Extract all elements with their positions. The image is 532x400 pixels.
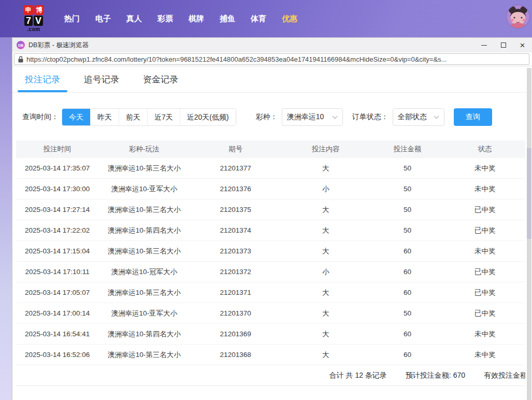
cell-lottery-play: 澳洲幸运10-第四名大小 [98,330,190,339]
minimize-button[interactable] [475,38,494,52]
table-row: 2025-03-14 17:10:11澳洲幸运10-冠军大小21201372小6… [16,262,525,282]
lottery-select[interactable]: 澳洲幸运10 [282,108,343,126]
nav-item-优惠[interactable]: 优惠 [274,14,305,24]
summary-valid-amount: 有效投注金额 [484,371,525,380]
table-row: 2025-03-14 17:22:02澳洲幸运10-第四名大小21201374大… [16,220,525,241]
logo-badge: 申 [23,5,33,15]
tab-资金记录[interactable]: 资金记录 [139,67,182,92]
cell-lottery-play: 澳洲幸运10-第三名大小 [98,350,190,360]
cell-bet-amount: 60 [370,289,445,296]
cell-bet-content: 大 [281,330,370,339]
table-row: 2025-03-14 16:52:06澳洲幸运10-第三名大小21201368大… [16,345,525,365]
summary-total: 合计 共 12 条记录 [329,371,387,380]
cell-bet-content: 大 [281,226,370,235]
cell-bet-time: 2025-03-14 16:52:06 [16,351,98,359]
vertical-scrollbar[interactable] [527,68,531,400]
column-header: 状态 [445,145,525,154]
cell-bet-time: 2025-03-14 17:35:07 [16,164,98,172]
tab-追号记录[interactable]: 追号记录 [80,67,123,92]
lock-icon [18,56,23,63]
column-header: 投注时间 [16,145,98,154]
nav-item-捕鱼[interactable]: 捕鱼 [212,14,243,24]
close-button[interactable]: × [513,38,532,52]
page-content: 投注记录追号记录资金记录 查询时间： 今天昨天前天近7天近20天(低频) 彩种：… [12,67,532,400]
cell-issue-number: 21201374 [190,226,281,234]
nav-item-棋牌[interactable]: 棋牌 [181,14,212,24]
cell-bet-content: 大 [281,309,370,318]
cell-bet-time: 2025-03-14 17:22:02 [16,226,98,234]
table-row: 2025-03-14 16:54:41澳洲幸运10-第四名大小21201369大… [16,324,525,345]
cell-bet-content: 大 [281,247,370,256]
nav-item-彩票[interactable]: 彩票 [150,14,181,24]
order-status-select[interactable]: 全部状态 [393,108,444,126]
nav-item-热门[interactable]: 热门 [56,14,88,24]
table-row: 2025-03-14 17:00:14澳洲幸运10-亚军大小21201370大5… [16,303,525,324]
time-option-近20天(低频)[interactable]: 近20天(低频) [180,109,236,125]
cell-issue-number: 21201369 [190,330,281,338]
chevron-down-icon [434,116,439,119]
logo[interactable]: 申 博 7V .com [23,5,44,32]
nav-item-体育[interactable]: 体育 [243,14,274,24]
cell-issue-number: 21201372 [190,268,281,276]
cell-lottery-play: 澳洲幸运10-第四名大小 [98,226,190,235]
browser-titlebar[interactable]: DB DB彩票 - 极速浏览器 × [12,38,532,52]
cell-bet-amount: 50 [370,185,445,193]
cell-status: 已中奖 [445,309,525,318]
url-field[interactable]: https://ctop02pchwp1.zfnc84.com/lottery/… [14,53,529,65]
cell-bet-time: 2025-03-14 16:54:41 [16,330,98,338]
maximize-icon [501,42,506,48]
cell-issue-number: 21201371 [190,289,281,296]
table-row: 2025-03-14 17:15:04澳洲幸运10-第三名大小21201373大… [16,241,525,262]
query-button[interactable]: 查询 [454,108,492,126]
cell-bet-amount: 50 [370,206,445,213]
cell-bet-time: 2025-03-14 17:00:14 [16,309,98,317]
cell-bet-content: 大 [281,350,370,360]
nav-item-真人[interactable]: 真人 [119,14,150,24]
logo-badge: 博 [34,5,44,15]
site-nav: 申 博 7V .com 热门电子真人彩票棋牌捕鱼体育优惠 [0,0,532,37]
cell-status: 未中奖 [445,247,525,256]
cell-lottery-play: 澳洲幸运10-第三名大小 [98,288,190,297]
table-row: 2025-03-14 17:05:07澳洲幸运10-第三名大小21201371大… [16,282,525,303]
column-header: 期号 [190,145,281,154]
cell-status: 未中奖 [445,330,525,339]
column-header: 彩种-玩法 [98,145,190,154]
minimize-icon [481,45,487,46]
table-summary: 合计 共 12 条记录 预计投注金额: 670 有效投注金额 [16,365,525,386]
time-filter-label: 查询时间： [22,112,59,122]
cell-bet-content: 大 [281,205,370,215]
browser-window: DB DB彩票 - 极速浏览器 × https://ctop02pchwp1.z… [12,37,532,400]
order-status-filter-label: 订单状态： [352,112,389,122]
cell-bet-time: 2025-03-14 17:30:00 [16,185,98,193]
tab-投注记录[interactable]: 投注记录 [21,67,64,92]
cell-status: 已中奖 [445,205,525,215]
scrollbar-thumb[interactable] [527,148,531,239]
cell-bet-time: 2025-03-14 17:15:04 [16,247,98,255]
cell-issue-number: 21201368 [190,351,281,359]
cell-bet-amount: 60 [370,247,445,255]
cell-bet-content: 小 [281,184,370,194]
cell-issue-number: 21201375 [190,206,281,213]
cell-issue-number: 21201377 [190,164,281,172]
cell-bet-time: 2025-03-14 17:10:11 [16,268,98,276]
avatar[interactable] [507,5,529,28]
url-bar: https://ctop02pchwp1.zfnc84.com/lottery/… [12,52,532,66]
nav-item-电子[interactable]: 电子 [88,14,119,24]
column-header: 投注金额 [370,145,445,154]
cell-lottery-play: 澳洲幸运10-冠军大小 [98,267,190,277]
cell-status: 已中奖 [445,267,525,277]
time-option-昨天[interactable]: 昨天 [90,109,119,125]
logo-letter: 7 [24,16,33,26]
maximize-button[interactable] [494,38,513,52]
time-option-今天[interactable]: 今天 [62,109,90,125]
window-title: DB彩票 - 极速浏览器 [28,41,89,50]
cell-bet-content: 大 [281,164,370,173]
cell-status: 已中奖 [445,226,525,235]
logo-7v: 7V [24,16,43,26]
cell-issue-number: 21201376 [190,185,281,193]
cell-bet-content: 小 [281,267,370,277]
time-option-近7天[interactable]: 近7天 [147,109,180,125]
cell-bet-amount: 60 [370,330,445,338]
cell-lottery-play: 澳洲幸运10-第三名大小 [98,247,190,256]
time-option-前天[interactable]: 前天 [119,109,147,125]
